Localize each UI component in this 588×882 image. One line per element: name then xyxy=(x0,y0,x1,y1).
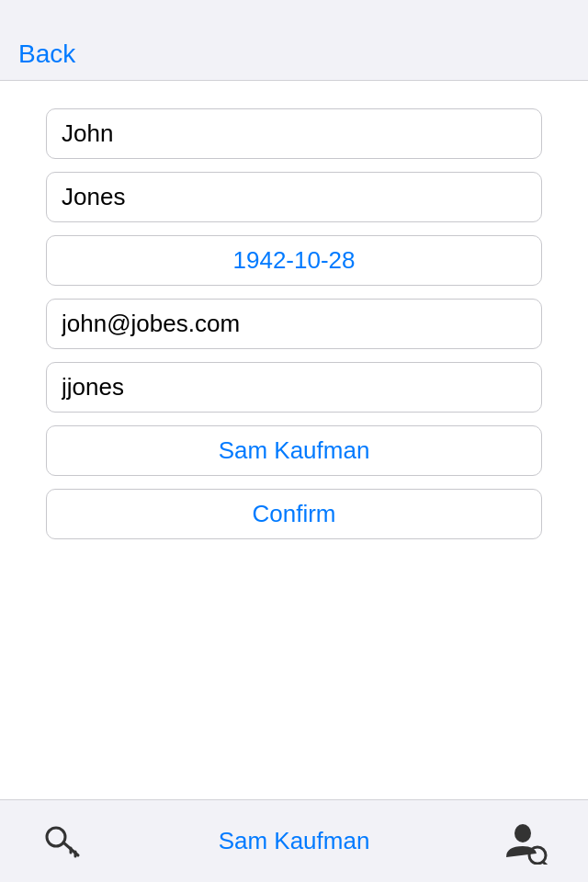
confirm-button[interactable]: Confirm xyxy=(46,489,542,539)
nav-bar: Back xyxy=(0,0,588,81)
main-content: Sam Kaufman Confirm xyxy=(0,81,588,799)
username-field[interactable] xyxy=(46,362,542,413)
person-search-icon[interactable] xyxy=(500,816,551,867)
key-icon[interactable] xyxy=(37,816,88,867)
back-button[interactable]: Back xyxy=(18,40,75,69)
first-name-field[interactable] xyxy=(46,108,542,159)
email-field[interactable] xyxy=(46,299,542,349)
confirm-label: Confirm xyxy=(252,500,335,528)
tab-bar-center-label: Sam Kaufman xyxy=(219,827,370,855)
provider-label: Sam Kaufman xyxy=(219,436,370,465)
provider-button[interactable]: Sam Kaufman xyxy=(46,425,542,476)
svg-point-4 xyxy=(514,824,531,842)
tab-bar: Sam Kaufman xyxy=(0,799,588,882)
dob-field[interactable] xyxy=(46,235,542,286)
svg-line-6 xyxy=(543,862,548,865)
last-name-field[interactable] xyxy=(46,172,542,222)
